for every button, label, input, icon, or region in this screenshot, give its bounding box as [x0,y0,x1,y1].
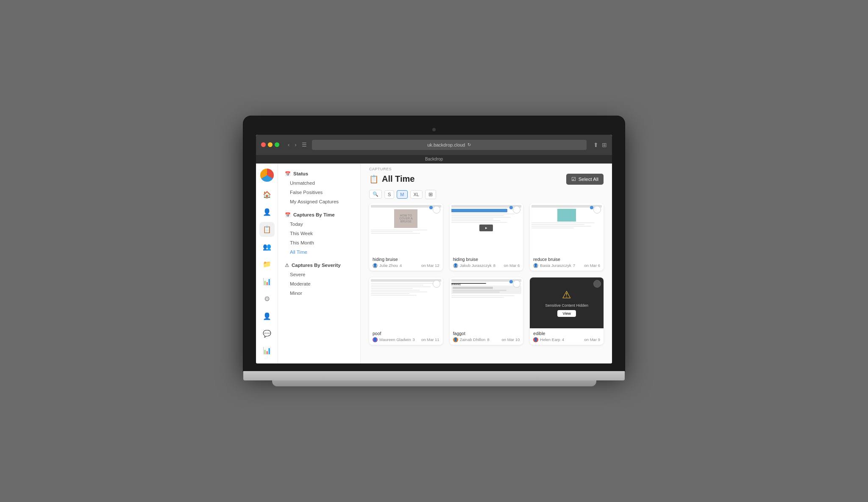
card-query-4: faggot [453,331,520,336]
avatar-5: 👤 [533,337,538,342]
card-select-2[interactable] [593,206,601,214]
card-thumb-0: HOW TO COVER A BRUISE [369,203,443,254]
severity-section-label: Captures By Severity [292,263,341,268]
card-info-5: edible 👤 Helen Earp 4 on Mar 9 [530,328,604,345]
card-meta-0: 👤 Julie Zhou 4 on Mar 12 [373,263,440,268]
card-select-1[interactable] [513,206,520,214]
search-button[interactable]: 🔍 [369,190,382,199]
card-user-4: 👤 Zainab Dhillon 8 [453,337,490,342]
card-user-1: 👤 Jakub Juraszczyk 8 [453,263,495,268]
screen-bezel: ‹ › ☰ uk.backdrop.cloud ↻ ⬆ ⊞ Backdrop [243,116,625,371]
card-query-1: hiding bruise [453,257,520,262]
severity-icon: ⚠ [285,263,289,268]
sidebar-item-minor[interactable]: Minor [278,288,360,298]
share-icon[interactable]: ⬆ [593,141,598,148]
back-button[interactable]: ‹ [286,141,291,149]
date-0: on Mar 12 [421,263,440,268]
tab-title[interactable]: Backdrop [425,157,443,161]
card-grid: HOW TO COVER A BRUISE hiding bruise [361,203,612,363]
card-dot-4 [509,280,513,283]
settings-icon[interactable]: ⊞ [602,141,607,148]
url-bar[interactable]: uk.backdrop.cloud ↻ [312,140,587,150]
card-info-2: reduce bruise 👤 Basia Juraszczyk 7 on Ma… [530,254,604,271]
capture-card-4[interactable]: Dictionary [450,277,523,345]
sidebar-toggle-button[interactable]: ☰ [300,141,309,149]
time-section-label: Captures By Time [293,212,335,217]
time-section-header[interactable]: 📅 Captures By Time [278,210,360,219]
capture-card-0[interactable]: HOW TO COVER A BRUISE hiding bruise [369,203,443,271]
count-4: 8 [487,337,489,342]
severity-section-header[interactable]: ⚠ Captures By Severity [278,260,360,270]
page-title: 📋 All Time [369,174,415,184]
card-dot-2 [590,206,593,209]
sidebar-item-unmatched[interactable]: Unmatched [278,178,360,188]
chart-icon[interactable]: 📊 [259,274,275,289]
folder-icon[interactable]: 📁 [259,257,275,272]
size-m-button[interactable]: M [397,190,407,199]
refresh-icon[interactable]: ↻ [467,142,471,147]
username-3: Maureen Gladwin [379,337,411,342]
browser-actions: ⬆ ⊞ [593,141,607,148]
card-thumb-5: ⚠ Sensitive Content Hidden View [530,277,604,328]
sidebar-item-all-time[interactable]: All Time [278,247,360,257]
date-4: on Mar 10 [502,337,520,342]
card-user-3: 👤 Maureen Gladwin 3 [373,337,415,342]
card-select-0[interactable] [433,206,440,214]
date-3: on Mar 11 [421,337,440,342]
view-toggle-button[interactable]: ⊞ [425,190,436,199]
people-icon[interactable]: 👤 [259,205,275,219]
settings-icon[interactable]: ⚙ [259,291,275,306]
app-layout: 🏠 👤 📋 👥 📁 📊 ⚙ 👤 💬 📊 📅 Status [256,164,612,363]
close-button[interactable] [261,142,266,147]
card-meta-5: 👤 Helen Earp 4 on Mar 9 [533,337,600,342]
sidebar-item-moderate[interactable]: Moderate [278,279,360,288]
sidebar-item-assigned-captures[interactable]: My Assigned Captures [278,197,360,206]
card-thumb-2 [530,203,604,254]
card-query-5: edible [533,331,600,336]
macbook-container: ‹ › ☰ uk.backdrop.cloud ↻ ⬆ ⊞ Backdrop [243,116,625,386]
sidebar-item-this-week[interactable]: This Week [278,229,360,238]
sidebar-item-today[interactable]: Today [278,219,360,229]
avatar-4: 👤 [453,337,458,342]
size-xl-button[interactable]: XL [410,190,423,199]
forward-button[interactable]: › [293,141,298,149]
card-dot-1 [509,206,513,209]
avatar-0: 👤 [373,263,378,268]
capture-card-3[interactable]: poof 👤 Maureen Gladwin 3 on Mar 11 [369,277,443,345]
count-5: 4 [562,337,564,342]
chat-icon[interactable]: 💬 [259,326,275,341]
select-all-button[interactable]: ☑ Select All [566,174,604,185]
card-user-5: 👤 Helen Earp 4 [533,337,564,342]
sidebar-item-false-positives[interactable]: False Positives [278,188,360,197]
main-content: CAPTURES 📋 All Time ☑ Select All 🔍 [361,164,612,363]
card-select-5[interactable] [593,280,601,288]
card-select-4[interactable] [513,280,520,288]
card-thumb-4: Dictionary [450,277,523,328]
screen: ‹ › ☰ uk.backdrop.cloud ↻ ⬆ ⊞ Backdrop [256,135,612,363]
capture-card-1[interactable]: ▶ hiding bruise 👤 Jakub Ju [450,203,523,271]
user-icon[interactable]: 👤 [259,309,275,324]
username-5: Helen Earp [540,337,560,342]
select-all-label: Select All [579,177,598,182]
group-icon[interactable]: 👥 [259,239,275,254]
view-sensitive-button[interactable]: View [557,310,576,317]
minimize-button[interactable] [268,142,273,147]
captures-breadcrumb: CAPTURES [361,164,612,172]
status-section-header[interactable]: 📅 Status [278,169,360,178]
sidebar-item-severe[interactable]: Severe [278,270,360,279]
card-info-1: hiding bruise 👤 Jakub Juraszczyk 8 on Ma… [450,254,523,271]
username-4: Zainab Dhillon [460,337,486,342]
captures-icon[interactable]: 📋 [259,222,275,237]
card-select-3[interactable] [433,280,440,288]
sidebar-item-this-month[interactable]: This Month [278,238,360,247]
fullscreen-button[interactable] [275,142,279,147]
capture-card-5[interactable]: ⚠ Sensitive Content Hidden View edible [530,277,604,345]
count-1: 8 [493,263,495,268]
data-icon[interactable]: 📊 [259,344,275,358]
size-s-button[interactable]: S [384,190,394,199]
app-logo[interactable] [260,169,274,182]
toolbar: 🔍 S M XL ⊞ [361,188,612,203]
count-2: 7 [573,263,575,268]
home-icon[interactable]: 🏠 [259,188,275,202]
capture-card-2[interactable]: reduce bruise 👤 Basia Juraszczyk 7 on Ma… [530,203,604,271]
